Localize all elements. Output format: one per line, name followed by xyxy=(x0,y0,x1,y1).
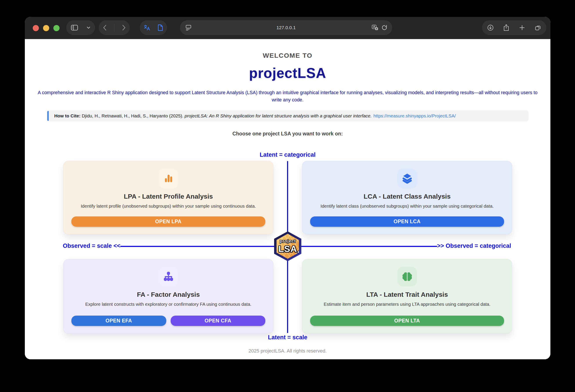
logo-dot xyxy=(298,251,299,253)
share-icon[interactable] xyxy=(503,24,509,31)
page-content: WELCOME TO projectLSA A comprehensive an… xyxy=(25,39,551,359)
card-title: LCA - Latent Class Analysis xyxy=(363,193,451,200)
axis-label-left: Observed = scale << xyxy=(25,243,120,249)
page-tools-group xyxy=(140,21,167,35)
translate-icon[interactable] xyxy=(144,24,150,31)
zoom-button[interactable] xyxy=(53,25,60,31)
back-icon[interactable] xyxy=(103,25,107,30)
axis-label-bottom: Latent = scale xyxy=(25,333,551,342)
sitemap-icon xyxy=(159,267,178,286)
card-title: LTA - Latent Trait Analysis xyxy=(366,291,448,298)
forward-icon[interactable] xyxy=(122,25,126,30)
bar-chart-icon xyxy=(159,169,178,188)
card-lca: LCA - Latent Class Analysis Identify lat… xyxy=(302,161,512,234)
citation-label: How to Cite: xyxy=(54,113,81,118)
window-controls xyxy=(33,17,60,39)
card-description: Identify latent class (unobserved subgro… xyxy=(317,203,497,209)
logo-text-lsa: LSA xyxy=(279,244,297,254)
open-lpa-button[interactable]: OPEN LPA xyxy=(72,216,265,227)
citation-link[interactable]: https://measure.shinyapps.io/ProjectLSA/ xyxy=(373,113,456,118)
brain-icon xyxy=(397,267,417,286)
close-button[interactable] xyxy=(33,25,39,31)
app-title: projectLSA xyxy=(25,65,551,81)
card-title: FA - Factor Analysis xyxy=(137,291,200,298)
choose-prompt: Choose one project LSA you want to work … xyxy=(25,131,551,137)
open-efa-button[interactable]: OPEN EFA xyxy=(72,316,166,326)
card-title: LPA - Latent Profile Analysis xyxy=(124,193,213,200)
citation-accent-bar xyxy=(47,111,49,121)
page-format-icon[interactable] xyxy=(186,25,191,30)
card-description: Explore latent constructs with explorato… xyxy=(78,301,259,307)
open-lta-button[interactable]: OPEN LTA xyxy=(310,316,504,326)
new-tab-icon[interactable] xyxy=(519,25,525,30)
welcome-heading: WELCOME TO xyxy=(25,52,551,59)
axis-label-top: Latent = categorical xyxy=(25,150,551,159)
minimize-button[interactable] xyxy=(43,25,49,31)
desktop: 127.0.0.1 xyxy=(0,0,575,392)
card-lta: LTA - Latent Trait Analysis Estimate ite… xyxy=(302,259,512,334)
card-fa: FA - Factor Analysis Explore latent cons… xyxy=(63,259,273,334)
project-lsa-logo: project LSA xyxy=(274,231,301,261)
translate-badge-icon[interactable] xyxy=(372,24,378,31)
axis-label-right: >> Observed = categorical xyxy=(437,243,511,249)
nav-button-group xyxy=(99,21,130,35)
card-description: Identify latent profile (unobserved subg… xyxy=(78,203,259,209)
app-subtitle: A comprehensive and interactive R Shiny … xyxy=(35,89,540,104)
card-lpa: LPA - Latent Profile Analysis Identify l… xyxy=(63,161,273,234)
address-bar[interactable]: 127.0.0.1 xyxy=(180,21,392,35)
reload-icon[interactable] xyxy=(381,24,387,31)
sidebar-icon[interactable] xyxy=(71,25,78,30)
layers-icon xyxy=(397,169,417,188)
toolbar-right-group xyxy=(482,21,546,35)
sidebar-button-group xyxy=(66,21,95,35)
citation-authors: Djidu, H., Retnawati, H., Hadi, S., Hary… xyxy=(81,113,185,118)
card-description: Estimate item and person parameters usin… xyxy=(317,301,497,307)
tab-overview-icon[interactable] xyxy=(535,24,541,31)
urlbar-right-icons xyxy=(372,24,387,31)
browser-window: 127.0.0.1 xyxy=(25,17,551,359)
open-lca-button[interactable]: OPEN LCA xyxy=(310,216,504,227)
downloads-icon[interactable] xyxy=(487,24,494,31)
chevron-down-icon[interactable] xyxy=(87,26,90,29)
url-text[interactable]: 127.0.0.1 xyxy=(180,25,392,30)
logo-text-project: project xyxy=(280,239,296,244)
footer-copyright: 2025 projectLSA. All rights reserved. xyxy=(25,348,551,354)
citation-box: How to Cite: Djidu, H., Retnawati, H., H… xyxy=(47,110,528,121)
browser-titlebar: 127.0.0.1 xyxy=(25,17,551,39)
open-cfa-button[interactable]: OPEN CFA xyxy=(171,316,265,326)
citation-work-title: projectLSA: An R Shiny application for l… xyxy=(185,113,372,118)
reader-icon[interactable] xyxy=(158,24,163,31)
